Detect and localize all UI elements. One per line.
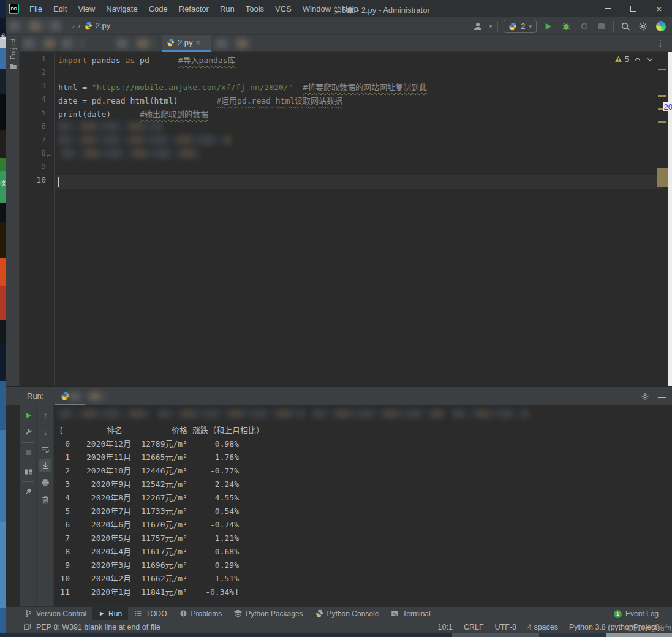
censored-console-text: [312, 409, 444, 418]
minimize-button[interactable]: [595, 0, 621, 17]
rerun-button[interactable]: [22, 409, 34, 421]
event-log-badge: 1: [614, 610, 622, 618]
pycharm-window: PC FileEditViewNavigateCodeRefactorRunTo…: [6, 0, 672, 633]
menu-item-tools[interactable]: Tools: [240, 4, 270, 13]
editor-surface[interactable]: 12345678910 ⌐ import pandas as pd #导入pan…: [20, 52, 672, 386]
file-encoding[interactable]: UTF-8: [495, 623, 516, 631]
toolwindow-label: Run: [108, 609, 122, 618]
toolwindow-python-console[interactable]: Python Console: [309, 607, 385, 620]
inspection-count: 5: [625, 55, 629, 64]
console-table-row: 112020年1月11841元/m²-0.34%]: [59, 586, 666, 599]
python-icon: [508, 22, 517, 31]
code-line: print(date) #输出爬取到的数据: [58, 108, 208, 121]
breadcrumb-project[interactable]: [9, 21, 61, 31]
windows-taskbar-sliver: [0, 633, 672, 637]
line-separator[interactable]: CRLF: [464, 623, 484, 631]
restore-layout-icon[interactable]: [22, 466, 34, 478]
sidebar-item-project[interactable]: Project: [6, 39, 20, 70]
maximize-button[interactable]: [621, 0, 646, 17]
scroll-to-end-icon[interactable]: [39, 459, 51, 472]
folder-icon: [9, 62, 17, 70]
menu-item-run[interactable]: Run: [214, 4, 240, 13]
git-branch-icon: [25, 609, 32, 617]
toolwindow-label: Python Packages: [246, 609, 303, 618]
editor-tab-blurred[interactable]: [116, 39, 156, 48]
inspection-widget[interactable]: 5: [614, 55, 654, 64]
editor-tab-blurred[interactable]: [216, 39, 250, 48]
print-icon[interactable]: [39, 477, 51, 489]
run-settings-gear-icon[interactable]: [641, 392, 649, 401]
line-number: 7: [41, 135, 46, 148]
toolwindow-label: Problems: [191, 609, 222, 618]
menu-item-window[interactable]: Window: [297, 4, 336, 13]
window-title: 第5章 - 2.py - Administrator: [334, 4, 430, 15]
clear-console-trash-icon[interactable]: [39, 494, 51, 506]
caret-position[interactable]: 10:1: [438, 623, 453, 631]
close-button[interactable]: ×: [646, 0, 672, 17]
up-stacktrace-icon[interactable]: ↑: [39, 409, 51, 421]
editor-tab-blurred[interactable]: [23, 39, 55, 48]
debug-button[interactable]: [560, 20, 572, 32]
hide-panel-icon[interactable]: —: [658, 392, 666, 401]
toolwindow-todo[interactable]: TODO: [128, 607, 173, 620]
menu-item-refactor[interactable]: Refactor: [173, 4, 214, 13]
menu-item-view[interactable]: View: [72, 4, 100, 13]
menu-item-edit[interactable]: Edit: [48, 4, 72, 13]
menu-item-vcs[interactable]: VCS: [270, 4, 297, 13]
users-icon[interactable]: [472, 20, 484, 32]
toolwindow-run[interactable]: Run: [92, 607, 128, 620]
toolwindow-python-packages[interactable]: Python Packages: [228, 607, 309, 620]
tab-options-icon[interactable]: ⋮: [656, 38, 665, 48]
menu-item-file[interactable]: File: [24, 4, 48, 13]
soft-wrap-icon[interactable]: [39, 443, 51, 456]
line-number: 9: [41, 162, 46, 175]
indent-setting[interactable]: 4 spaces: [527, 623, 558, 631]
stop-button[interactable]: [22, 446, 34, 458]
toolwindow-event-log[interactable]: 1 Event Log: [614, 607, 659, 620]
menu-item-code[interactable]: Code: [143, 4, 173, 13]
run-tab-name-blurred[interactable]: [69, 392, 109, 401]
warning-icon: [614, 55, 622, 63]
run-configuration-selector[interactable]: 2 ▾: [504, 20, 537, 33]
censored-console-text: [452, 409, 529, 418]
wrench-icon[interactable]: [22, 426, 34, 439]
console-table-row: 02020年12月12789元/m²0.98%: [59, 437, 666, 451]
run-console-output[interactable]: [ 排名 价格 涨跌（和上月相比） 02020年12月12789元/m²0.98…: [54, 405, 672, 606]
toolwindow-label: Python Console: [327, 609, 379, 618]
navigation-bar: › › 2.py ▾ 2 ▾: [6, 17, 672, 35]
chevron-down-icon[interactable]: [646, 56, 654, 63]
run-button[interactable]: [542, 20, 554, 32]
console-table-row: 62020年6月11670元/m²-0.74%: [59, 518, 666, 532]
code-line: import pandas as pd #导入pandas库: [58, 54, 236, 67]
warning-stripe-mark[interactable]: [658, 95, 666, 97]
toolwindow-problems[interactable]: Problems: [173, 607, 228, 620]
tab-close-icon[interactable]: ×: [196, 39, 200, 47]
menu-item-navigate[interactable]: Navigate: [100, 4, 143, 13]
chevron-up-icon[interactable]: [634, 56, 641, 63]
warning-stripe-mark[interactable]: [658, 121, 666, 123]
editor-tab-active[interactable]: 2.py ×: [162, 35, 211, 52]
pycharm-logo-icon[interactable]: PC: [9, 4, 19, 14]
screen: 毛 收 PC FileEditViewNavigateCodeRefactorR…: [0, 0, 672, 637]
toolwindow-label: Version Control: [36, 609, 86, 618]
stop-button[interactable]: [595, 20, 608, 32]
toolwindow-terminal[interactable]: Terminal: [385, 607, 436, 620]
gutter[interactable]: 12345678910: [20, 52, 55, 386]
project-stripe-label: Project: [9, 39, 17, 59]
desktop-icon-label-fragment: 收: [0, 179, 6, 187]
editor-tab-blurred[interactable]: [61, 39, 83, 48]
fold-marker-icon[interactable]: ⌐: [47, 148, 51, 162]
warning-stripe-mark[interactable]: [658, 69, 666, 70]
search-everywhere-icon[interactable]: [619, 20, 632, 32]
scrollbar-thumb[interactable]: [657, 168, 668, 187]
colorful-sphere-icon[interactable]: [655, 20, 667, 32]
run-with-coverage-icon[interactable]: [578, 20, 590, 32]
pin-icon[interactable]: [22, 485, 34, 497]
settings-gear-icon[interactable]: [637, 20, 649, 32]
column-header-price: 价格: [131, 424, 187, 437]
down-stacktrace-icon[interactable]: ↓: [39, 426, 51, 439]
breadcrumb[interactable]: › › 2.py: [72, 21, 110, 30]
toolwindow-version-control[interactable]: Version Control: [18, 607, 92, 620]
status-message[interactable]: PEP 8: W391 blank line at end of file: [36, 623, 160, 631]
inspections-widget-icon[interactable]: [23, 623, 31, 631]
